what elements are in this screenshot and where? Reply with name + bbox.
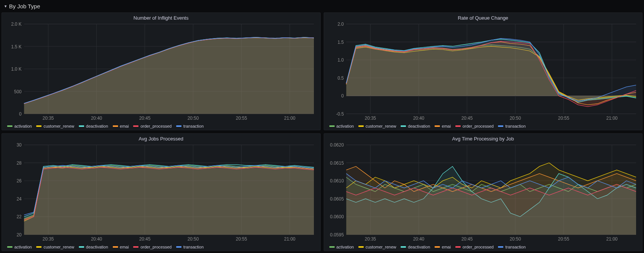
legend-item-activation[interactable]: activation (329, 245, 354, 249)
svg-text:0.0615: 0.0615 (330, 160, 344, 165)
svg-text:20:35: 20:35 (364, 116, 376, 121)
legend-item-transaction[interactable]: transaction (176, 245, 204, 249)
svg-text:20:40: 20:40 (413, 236, 424, 242)
svg-text:0.0610: 0.0610 (330, 178, 344, 184)
legend-item-deactivation[interactable]: deactivation (401, 124, 430, 128)
legend-label: transaction (183, 245, 204, 249)
legend-item-emai[interactable]: emai (113, 245, 129, 249)
svg-text:0.0620: 0.0620 (330, 143, 344, 148)
legend-swatch (455, 125, 461, 127)
legend-item-customer_renew[interactable]: customer_renew (36, 245, 74, 249)
legend-item-emai[interactable]: emai (435, 124, 451, 128)
legend-swatch (329, 125, 335, 127)
legend-item-transaction[interactable]: transaction (498, 245, 526, 249)
svg-text:20: 20 (17, 232, 22, 238)
svg-text:20:45: 20:45 (461, 236, 472, 242)
svg-text:0.0600: 0.0600 (330, 214, 344, 219)
section-header[interactable]: ▾ By Job Type (0, 0, 644, 12)
panel-inflight[interactable]: Number of Inflight Events05001.0 K1.5 K2… (2, 12, 321, 130)
legend-swatch (7, 125, 12, 127)
legend-swatch (435, 125, 440, 127)
chart-area[interactable]: 05001.0 K1.5 K2.0 K20:3520:4020:4520:502… (6, 22, 317, 122)
svg-text:28: 28 (17, 160, 22, 165)
legend-swatch (36, 125, 41, 127)
legend-swatch (133, 246, 138, 248)
legend-label: transaction (505, 245, 526, 249)
panel-avg-jobs[interactable]: Avg Jobs Processed20222426283020:3520:40… (2, 133, 321, 251)
svg-text:1.0 K: 1.0 K (11, 66, 22, 72)
svg-text:20:55: 20:55 (236, 236, 247, 242)
panel-title: Avg Jobs Processed (6, 136, 317, 143)
legend-item-customer_renew[interactable]: customer_renew (358, 124, 396, 128)
legend-item-customer_renew[interactable]: customer_renew (36, 124, 74, 128)
svg-text:26: 26 (17, 178, 22, 184)
svg-text:0: 0 (19, 111, 22, 117)
svg-text:21:00: 21:00 (606, 236, 618, 242)
panel-avg-time[interactable]: Avg Time Processing by Job0.05950.06000.… (324, 133, 643, 251)
legend-swatch (455, 246, 461, 248)
legend-label: emai (442, 124, 451, 128)
svg-text:20:45: 20:45 (139, 116, 151, 121)
svg-text:1.0: 1.0 (337, 57, 344, 63)
legend-swatch (79, 125, 84, 127)
section-title: By Job Type (9, 3, 40, 9)
chart-area[interactable]: 20222426283020:3520:4020:4520:5020:5521:… (6, 143, 317, 242)
legend-item-deactivation[interactable]: deactivation (79, 245, 108, 249)
legend-item-order_processed[interactable]: order_processed (455, 124, 494, 128)
svg-text:1.5: 1.5 (337, 39, 344, 45)
svg-text:20:45: 20:45 (139, 236, 151, 242)
legend-label: activation (14, 245, 32, 249)
chart-area[interactable]: -0.500.51.01.52.020:3520:4020:4520:5020:… (328, 22, 639, 122)
legend-swatch (36, 246, 41, 248)
legend-label: order_processed (140, 245, 172, 249)
legend-item-deactivation[interactable]: deactivation (79, 124, 108, 128)
legend-label: deactivation (408, 124, 430, 128)
legend-item-transaction[interactable]: transaction (176, 124, 204, 128)
svg-text:24: 24 (17, 196, 22, 202)
legend-item-activation[interactable]: activation (329, 124, 354, 128)
legend-item-customer_renew[interactable]: customer_renew (358, 245, 396, 249)
legend-item-emai[interactable]: emai (435, 245, 451, 249)
legend-label: transaction (505, 124, 526, 128)
legend: activationcustomer_renewdeactivationemai… (328, 242, 639, 249)
legend-label: deactivation (86, 124, 108, 128)
legend-swatch (176, 246, 181, 248)
legend-label: activation (337, 245, 354, 249)
svg-text:20:50: 20:50 (509, 236, 521, 242)
legend-item-order_processed[interactable]: order_processed (133, 245, 172, 249)
legend-item-order_processed[interactable]: order_processed (455, 245, 494, 249)
svg-text:20:35: 20:35 (364, 236, 376, 242)
svg-text:2.0: 2.0 (337, 22, 344, 27)
legend-swatch (79, 246, 84, 248)
legend-item-transaction[interactable]: transaction (498, 124, 526, 128)
svg-text:0.0595: 0.0595 (330, 232, 344, 238)
legend-label: transaction (183, 124, 204, 128)
legend-item-emai[interactable]: emai (113, 124, 129, 128)
svg-text:20:50: 20:50 (509, 116, 521, 121)
panel-title: Number of Inflight Events (6, 15, 317, 22)
legend-label: customer_renew (366, 245, 396, 249)
legend-swatch (498, 246, 503, 248)
svg-text:21:00: 21:00 (284, 236, 295, 242)
svg-text:20:50: 20:50 (188, 236, 199, 242)
svg-text:22: 22 (17, 214, 22, 219)
panel-title: Avg Time Processing by Job (328, 136, 639, 143)
legend-item-deactivation[interactable]: deactivation (401, 245, 430, 249)
svg-text:20:55: 20:55 (236, 116, 247, 121)
legend-label: emai (442, 245, 451, 249)
svg-text:20:50: 20:50 (188, 116, 199, 121)
legend-swatch (358, 246, 364, 248)
chart-area[interactable]: 0.05950.06000.06050.06100.06150.062020:3… (328, 143, 639, 242)
legend-item-activation[interactable]: activation (7, 124, 32, 128)
svg-text:20:45: 20:45 (461, 116, 472, 121)
legend-swatch (435, 246, 440, 248)
svg-text:20:40: 20:40 (413, 116, 424, 121)
legend-item-activation[interactable]: activation (7, 245, 32, 249)
legend-swatch (133, 125, 138, 127)
legend-label: activation (14, 124, 32, 128)
svg-text:20:35: 20:35 (43, 116, 54, 121)
panel-queue-rate[interactable]: Rate of Queue Change-0.500.51.01.52.020:… (324, 12, 643, 130)
svg-text:30: 30 (17, 143, 22, 148)
legend-label: emai (120, 124, 129, 128)
legend-item-order_processed[interactable]: order_processed (133, 124, 172, 128)
